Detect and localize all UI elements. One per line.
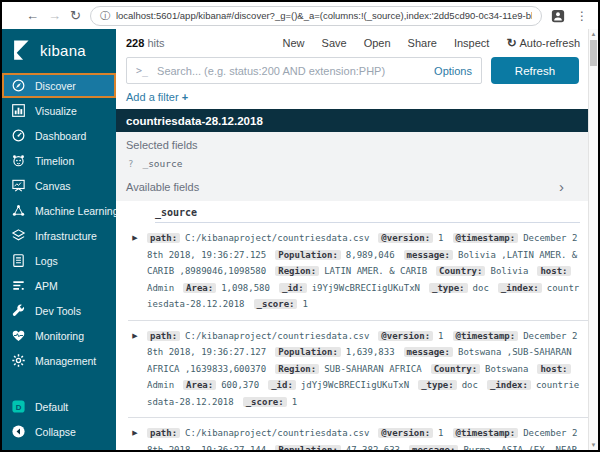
svg-text:D: D — [16, 403, 22, 412]
field-value: 47,382,633 — [346, 445, 400, 451]
sidebar-item-label: Dashboard — [35, 130, 86, 142]
sidebar-item-default[interactable]: DDefault — [2, 394, 116, 419]
field-value: 1 — [438, 428, 443, 438]
field-value: doc — [473, 283, 489, 293]
field-value: Bolivia — [490, 266, 528, 276]
scroll-up-icon[interactable]: ▲ — [591, 31, 597, 37]
scroll-down-icon[interactable]: ▼ — [591, 442, 597, 448]
expand-caret-icon[interactable]: ▶ — [130, 429, 140, 450]
sidebar-item-timelion[interactable]: Timelion — [2, 148, 116, 173]
sidebar-item-dashboard[interactable]: Dashboard — [2, 123, 116, 148]
sidebar-item-label: Default — [35, 401, 68, 413]
document-rows: ▶path:C:/kibanaproject/countriesdata.csv… — [128, 223, 588, 450]
toolbar-link-new[interactable]: New — [283, 37, 305, 49]
collapse-icon — [11, 424, 26, 439]
toolbar-link-share[interactable]: Share — [408, 37, 437, 49]
auto-refresh-button[interactable]: ↻ Auto-refresh — [506, 36, 580, 50]
toolbar-link-open[interactable]: Open — [364, 37, 391, 49]
doc-source-fields: path:C:/kibanaproject/countriesdata.csv@… — [147, 230, 580, 313]
sidebar-item-label: Canvas — [35, 180, 71, 192]
sidebar-item-label: Management — [35, 355, 96, 367]
sidebar: kibana DiscoverVisualizeDashboardTimelio… — [2, 29, 116, 450]
index-pattern-selector[interactable]: countriesdata-28.12.2018 — [116, 109, 588, 132]
sidebar-item-infrastructure[interactable]: Infrastructure — [2, 223, 116, 248]
sidebar-item-canvas[interactable]: Canvas — [2, 173, 116, 198]
field-name-badge: path: — [147, 331, 180, 341]
sidebar-item-management[interactable]: Management — [2, 348, 116, 373]
field-name-badge: @version: — [378, 331, 433, 341]
source-column-header: _source — [155, 201, 580, 223]
refresh-cycle-icon: ↻ — [506, 36, 516, 50]
toolbar-link-save[interactable]: Save — [322, 37, 347, 49]
doc-source-fields: path:C:/kibanaproject/countriesdata.csv@… — [147, 425, 580, 450]
field-name-badge: Country: — [436, 266, 485, 276]
field-name-badge: @timestamp: — [453, 233, 519, 243]
field-name-badge: path: — [147, 233, 180, 243]
sidebar-spacer — [2, 373, 116, 394]
field-value: i9Yj9WcBRECIigUKuTxN — [312, 283, 420, 293]
sidebar-item-visualize[interactable]: Visualize — [2, 98, 116, 123]
field-name-badge: _index: — [498, 283, 542, 293]
chevron-right-icon[interactable]: › — [559, 179, 564, 194]
index-pattern-name: countriesdata-28.12.2018 — [126, 115, 263, 127]
field-name-badge: _score: — [254, 299, 298, 309]
sidebar-item-collapse[interactable]: Collapse — [2, 419, 116, 444]
add-filter-label: Add a filter — [126, 91, 182, 103]
available-fields-heading: Available fields — [126, 181, 199, 193]
add-filter-link[interactable]: Add a filter + — [116, 90, 588, 109]
browser-back-icon[interactable]: ← — [26, 9, 39, 22]
browser-forward-icon[interactable]: → — [48, 9, 61, 22]
toolbar-links: NewSaveOpenShareInspect — [283, 37, 490, 49]
field-name-badge: Region: — [275, 266, 319, 276]
doc-row: ▶path:C:/kibanaproject/countriesdata.csv… — [128, 223, 588, 321]
kibana-logo-row[interactable]: kibana — [2, 34, 116, 73]
expand-caret-icon[interactable]: ▶ — [130, 234, 140, 313]
sidebar-item-apm[interactable]: APM — [2, 273, 116, 298]
browser-menu-icon[interactable]: ⋮ — [574, 9, 590, 23]
field-name-badge: _type: — [429, 283, 468, 293]
sidebar-item-label: Visualize — [35, 105, 77, 117]
available-fields-row: Available fields › — [126, 178, 578, 196]
sidebar-item-label: Machine Learning — [35, 205, 118, 217]
browser-reload-icon[interactable]: ↻ — [70, 9, 81, 22]
profile-icon[interactable] — [551, 9, 565, 23]
field-value: LATIN AMER. & CARIB — [324, 266, 427, 276]
scrollbar-thumb[interactable] — [590, 40, 597, 66]
expand-caret-icon[interactable]: ▶ — [130, 332, 140, 411]
field-name-badge: Region: — [275, 364, 319, 374]
field-type-icon: ? — [128, 159, 133, 169]
field-name-badge: @timestamp: — [453, 428, 519, 438]
field-value: Admin — [147, 283, 174, 293]
field-name-badge: path: — [147, 428, 180, 438]
selected-field-source[interactable]: ? _source — [128, 158, 578, 169]
refresh-button[interactable]: Refresh — [491, 57, 579, 84]
plus-icon: + — [182, 91, 188, 103]
field-name-badge: message: — [409, 445, 458, 451]
sidebar-item-label: Monitoring — [35, 330, 84, 342]
sidebar-item-machine-learning[interactable]: Machine Learning — [2, 198, 116, 223]
field-name-badge: _index: — [487, 380, 531, 390]
fields-panel: Selected fields ? _source Available fiel… — [116, 132, 588, 201]
field-name-badge: host: — [537, 364, 570, 374]
field-name-badge: @version: — [378, 428, 433, 438]
address-bar[interactable]: ⓘ localhost:5601/app/kibana#/discover?_g… — [90, 6, 542, 26]
sidebar-item-logs[interactable]: Logs — [2, 248, 116, 273]
query-bar: >_ Options Refresh — [116, 53, 588, 90]
sidebar-item-dev-tools[interactable]: Dev Tools — [2, 298, 116, 323]
search-box[interactable]: >_ Options — [126, 57, 482, 84]
field-value: 600,370 — [221, 380, 259, 390]
sidebar-item-monitoring[interactable]: Monitoring — [2, 323, 116, 348]
field-name-badge: _id: — [268, 380, 296, 390]
document-table: _source ▶path:C:/kibanaproject/countries… — [116, 201, 588, 450]
sidebar-item-label: Timelion — [35, 155, 74, 167]
search-input[interactable] — [155, 64, 427, 78]
gear-icon — [11, 353, 26, 368]
page-info-icon[interactable]: ⓘ — [100, 9, 110, 23]
sidebar-item-discover[interactable]: Discover — [2, 73, 116, 98]
toolbar-link-inspect[interactable]: Inspect — [454, 37, 489, 49]
options-link[interactable]: Options — [434, 65, 472, 77]
doc-row: ▶path:C:/kibanaproject/countriesdata.csv… — [128, 321, 588, 419]
vertical-scrollbar[interactable]: ▲ ▼ — [588, 29, 598, 450]
doc-row: ▶path:C:/kibanaproject/countriesdata.csv… — [128, 418, 588, 450]
auto-refresh-label: Auto-refresh — [519, 37, 580, 49]
